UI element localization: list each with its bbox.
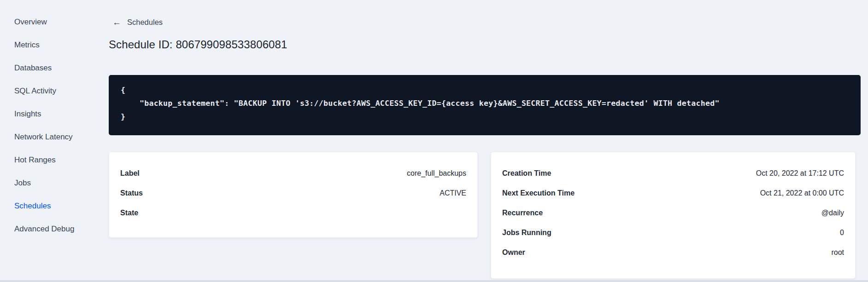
detail-row-value: 0 — [840, 229, 844, 237]
sidebar-item-label: Insights — [14, 109, 41, 119]
sidebar-item[interactable]: Advanced Debug — [0, 218, 109, 241]
sidebar-item-label: Hot Ranges — [14, 155, 56, 165]
sidebar-item-label: SQL Activity — [14, 86, 56, 96]
detail-row: State — [120, 203, 466, 223]
sidebar-item-label: Schedules — [14, 201, 51, 211]
sidebar-item-label: Metrics — [14, 40, 40, 50]
sidebar-item[interactable]: Metrics — [0, 34, 109, 57]
backup-statement-code-block: { "backup_statement": "BACKUP INTO 's3:/… — [109, 75, 861, 135]
sidebar-item-label: Overview — [14, 17, 47, 27]
sidebar-item[interactable]: Jobs — [0, 172, 109, 195]
detail-row-label: Jobs Running — [502, 229, 551, 237]
detail-row-label: Label — [120, 169, 140, 178]
back-to-schedules-link[interactable]: ← Schedules — [112, 18, 163, 27]
sidebar-item[interactable]: Hot Ranges — [0, 149, 109, 172]
sidebar-item[interactable]: Overview — [0, 11, 109, 34]
sidebar-item[interactable]: SQL Activity — [0, 80, 109, 103]
back-link-label: Schedules — [127, 18, 163, 27]
detail-row-label: Next Execution Time — [502, 189, 575, 197]
sidebar-item[interactable]: Databases — [0, 57, 109, 80]
detail-row-value: Oct 21, 2022 at 0:00 UTC — [760, 189, 844, 197]
sidebar-item[interactable]: Insights — [0, 103, 109, 126]
back-arrow-icon: ← — [112, 18, 121, 27]
detail-row-label: Recurrence — [502, 209, 543, 217]
sidebar-nav: Overview Metrics Databases SQL Activity … — [0, 0, 109, 282]
schedule-detail-page: Overview Metrics Databases SQL Activity … — [0, 0, 868, 282]
detail-row-value: Oct 20, 2022 at 17:12 UTC — [756, 169, 844, 178]
sidebar-item-label: Network Latency — [14, 132, 73, 142]
sidebar-item-label: Databases — [14, 63, 52, 73]
detail-row-value: @daily — [821, 209, 844, 217]
detail-row-label: Status — [120, 189, 143, 197]
schedule-timing-card: Creation Time Oct 20, 2022 at 17:12 UTC … — [491, 152, 856, 279]
schedule-details-card: Label core_full_backups Status ACTIVE St… — [109, 152, 478, 238]
detail-row-value: core_full_backups — [407, 169, 466, 178]
detail-row: Creation Time Oct 20, 2022 at 17:12 UTC — [502, 163, 844, 183]
detail-row: Next Execution Time Oct 21, 2022 at 0:00… — [502, 183, 844, 203]
detail-row-label: Creation Time — [502, 169, 551, 178]
detail-row: Label core_full_backups — [120, 163, 466, 183]
detail-row-label: Owner — [502, 248, 525, 257]
page-title: Schedule ID: 806799098533806081 — [109, 38, 287, 51]
sidebar-item[interactable]: Schedules — [0, 195, 109, 218]
sidebar-item[interactable]: Network Latency — [0, 126, 109, 149]
sidebar-item-label: Advanced Debug — [14, 224, 74, 234]
detail-row-value: ACTIVE — [440, 189, 466, 197]
detail-row: Jobs Running 0 — [502, 223, 844, 242]
detail-row: Owner root — [502, 242, 844, 262]
detail-row: Status ACTIVE — [120, 183, 466, 203]
detail-row: Recurrence @daily — [502, 203, 844, 223]
sidebar-item-label: Jobs — [14, 178, 31, 188]
backup-statement-json: { "backup_statement": "BACKUP INTO 's3:/… — [109, 75, 861, 132]
bottom-edge-strip — [0, 280, 868, 282]
detail-row-label: State — [120, 209, 138, 217]
detail-row-value: root — [831, 248, 844, 257]
